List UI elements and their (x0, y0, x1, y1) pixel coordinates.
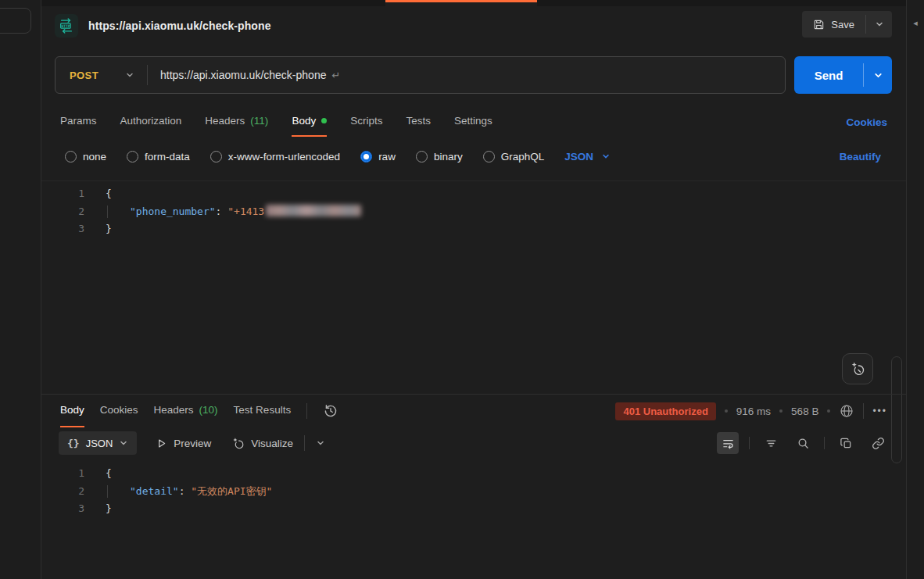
sidebar-collapsed-item[interactable] (0, 8, 31, 34)
postbot-assistant-button[interactable] (842, 353, 873, 384)
request-workspace: HTTP https://api.xiaomu.uk/check-phone S… (41, 0, 906, 579)
chevron-down-icon[interactable] (316, 438, 325, 448)
send-button[interactable]: Send (794, 56, 863, 94)
dot-separator (779, 409, 783, 413)
url-input[interactable]: https://api.xiaomu.uk/check-phone↵ (160, 69, 340, 81)
code-line: 1 { (41, 465, 906, 483)
dot-separator (725, 409, 728, 413)
json-key: "phone_number" (130, 206, 216, 217)
filter-icon (765, 437, 778, 450)
chevron-down-icon (119, 438, 128, 448)
json-value: "无效的API密钥" (191, 485, 272, 497)
response-format-dropdown[interactable]: {} JSON (59, 431, 137, 455)
code-line: 3 } (41, 500, 906, 518)
code-line: 2 "phone_number": "+1413 (41, 203, 906, 221)
link-button[interactable] (867, 432, 889, 454)
divider (824, 437, 825, 449)
body-modified-dot (321, 118, 327, 123)
request-body-editor[interactable]: 1 { 2 "phone_number": "+1413 3 } (41, 180, 906, 394)
request-title: https://api.xiaomu.uk/check-phone (88, 20, 271, 32)
tab-params[interactable]: Params (60, 107, 97, 137)
chevron-down-icon (875, 20, 884, 29)
tab-authorization[interactable]: Authorization (120, 107, 182, 137)
dot-separator (827, 409, 830, 413)
mode-urlencoded-radio[interactable]: x-www-form-urlencoded (210, 151, 340, 163)
mode-binary-radio[interactable]: binary (416, 151, 463, 163)
beautify-link[interactable]: Beautify (840, 151, 881, 163)
chevron-down-icon (125, 70, 134, 80)
radio-icon (127, 151, 138, 163)
radio-checked-icon (360, 151, 372, 163)
radio-icon (65, 151, 77, 163)
response-time: 916 ms (736, 406, 771, 417)
save-button-label: Save (831, 19, 854, 30)
save-options-button[interactable] (866, 11, 892, 38)
url-bar-row: POST https://api.xiaomu.uk/check-phone↵ … (55, 56, 892, 94)
url-bar: POST https://api.xiaomu.uk/check-phone↵ … (55, 56, 786, 94)
response-tab-body[interactable]: Body (60, 395, 84, 427)
divider (749, 437, 750, 449)
response-status-cluster: 401 Unauthorized 916 ms 568 B ••• (615, 402, 887, 420)
filter-button[interactable] (760, 432, 782, 454)
visualize-button[interactable]: Visualize (231, 437, 293, 450)
copy-button[interactable] (835, 432, 857, 454)
tab-body[interactable]: Body (292, 107, 327, 137)
search-button[interactable] (792, 432, 814, 454)
link-icon (872, 437, 885, 450)
json-key: "detail" (130, 485, 179, 497)
send-options-button[interactable] (864, 56, 892, 94)
preview-button[interactable]: Preview (156, 438, 211, 449)
app-window: ◂ HTTP https://api.xiaomu.uk/check-phone (0, 0, 924, 579)
network-globe-icon[interactable] (839, 403, 854, 419)
method-selector[interactable]: POST (56, 57, 147, 93)
radio-icon (210, 151, 222, 163)
radio-icon (483, 151, 495, 163)
request-tabs: Params Authorization Headers(11) Body Sc… (60, 107, 887, 137)
tab-bar-edge (41, 0, 906, 6)
response-panel: Body Cookies Headers(10) Test Results 40… (41, 394, 906, 579)
sparkle-circle-icon (850, 361, 865, 377)
response-editor-icons (717, 432, 889, 454)
response-tab-cookies[interactable]: Cookies (100, 395, 138, 427)
method-label: POST (70, 70, 98, 81)
tab-tests[interactable]: Tests (406, 107, 431, 137)
response-history-icon[interactable] (323, 403, 338, 419)
mode-graphql-radio[interactable]: GraphQL (483, 151, 545, 163)
active-tab-top-indicator (385, 0, 537, 6)
save-button[interactable]: Save (802, 11, 865, 38)
mode-form-data-radio[interactable]: form-data (127, 151, 190, 163)
chevron-down-icon (601, 152, 611, 161)
code-line: 3 } (41, 220, 906, 238)
headers-count: (11) (250, 115, 268, 127)
copy-icon (840, 437, 853, 450)
cookies-link[interactable]: Cookies (846, 116, 887, 128)
collapse-panel-icon[interactable]: ◂ (913, 19, 918, 579)
save-button-group: Save (802, 11, 892, 38)
response-size: 568 B (791, 406, 818, 417)
divider (304, 435, 305, 451)
tab-settings[interactable]: Settings (454, 107, 492, 137)
language-selector[interactable]: JSON (564, 151, 611, 163)
response-headers-count: (10) (199, 404, 218, 416)
response-tab-headers[interactable]: Headers(10) (154, 395, 218, 427)
http-request-icon: HTTP (55, 14, 78, 38)
divider (147, 65, 148, 85)
tab-scripts[interactable]: Scripts (350, 107, 382, 137)
json-value: "+1413 (227, 206, 264, 217)
mode-raw-radio[interactable]: raw (360, 151, 396, 163)
tab-headers[interactable]: Headers(11) (205, 107, 268, 137)
status-badge: 401 Unauthorized (615, 402, 715, 420)
more-options-icon[interactable]: ••• (872, 406, 887, 416)
redacted-phone-blur (266, 205, 361, 216)
sparkle-circle-icon (231, 437, 245, 450)
svg-text:HTTP: HTTP (61, 24, 70, 28)
response-body-editor[interactable]: 1 { 2 "detail": "无效的API密钥" 3 } (41, 459, 906, 518)
send-button-group: Send (794, 56, 892, 94)
divider (306, 403, 307, 419)
code-line: 1 { (41, 185, 906, 203)
response-tab-test-results[interactable]: Test Results (234, 395, 292, 427)
wrap-text-button[interactable] (717, 432, 739, 454)
right-sidebar-rail: ◂ (906, 0, 924, 579)
code-line: 2 "detail": "无效的API密钥" (41, 483, 906, 501)
mode-none-radio[interactable]: none (65, 151, 106, 163)
